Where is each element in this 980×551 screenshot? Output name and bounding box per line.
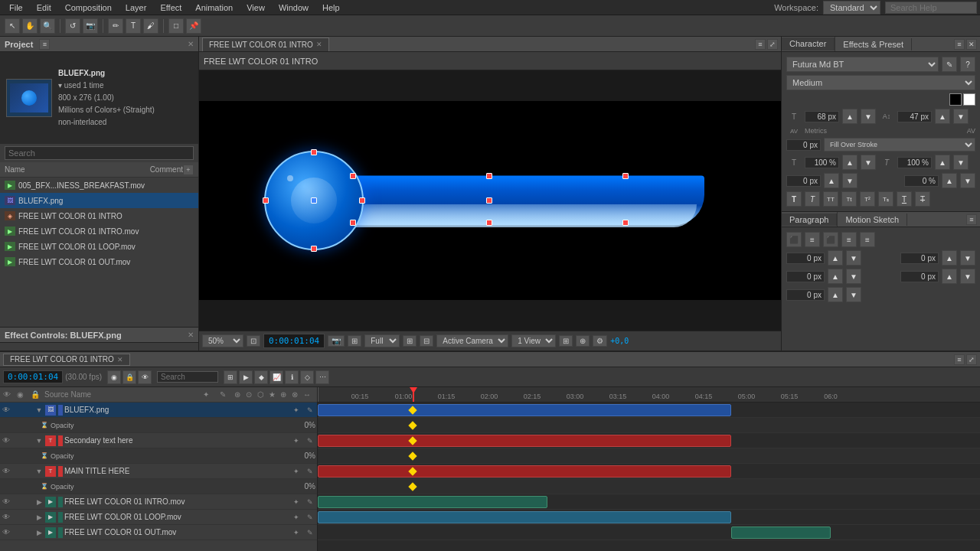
sb-up[interactable]: ▲ xyxy=(828,269,843,284)
tl-markers-btn[interactable]: ◆ xyxy=(254,370,268,384)
tool-brush[interactable]: 🖌 xyxy=(143,18,158,34)
search-help-input[interactable] xyxy=(885,2,977,14)
camera-dropdown[interactable]: Active Camera xyxy=(436,334,508,347)
tl-lock-btn[interactable]: 🔒 xyxy=(122,370,136,384)
sa-down[interactable]: ▼ xyxy=(960,269,975,284)
tl-keyframe-btn[interactable]: ◇ xyxy=(300,370,314,384)
bar-handle-mr[interactable] xyxy=(486,197,492,204)
italic-btn[interactable]: T xyxy=(805,191,820,207)
tool-pen[interactable]: ✏ xyxy=(108,18,123,34)
layer-3-lock[interactable] xyxy=(23,494,34,510)
tl-render-btn[interactable]: ▶ xyxy=(239,370,253,384)
layer-2-expand[interactable]: ▼ xyxy=(34,464,44,479)
clip-0-main[interactable] xyxy=(318,404,731,416)
bar-handle-tm[interactable] xyxy=(486,173,492,179)
layer-1-expand[interactable]: ▼ xyxy=(34,433,44,448)
show-snapshot-btn[interactable]: ⊞ xyxy=(348,335,361,347)
bar-handle-br[interactable] xyxy=(622,220,629,226)
tsume-down-btn[interactable]: ▼ xyxy=(960,173,975,188)
motion-sketch-tab[interactable]: Motion Sketch xyxy=(838,214,907,226)
scale-v-down-btn[interactable]: ▼ xyxy=(953,155,969,170)
justify-btn[interactable]: ≡ xyxy=(841,232,857,247)
layer-2-sw2[interactable]: ✎ xyxy=(303,464,317,479)
fi-up[interactable]: ▲ xyxy=(828,287,843,302)
layer-1-lock[interactable] xyxy=(23,433,34,448)
size-up-btn[interactable]: ▲ xyxy=(842,109,858,124)
layer-5-solo[interactable] xyxy=(12,525,23,540)
tool-pin[interactable]: 📌 xyxy=(186,18,201,34)
tool-text[interactable]: T xyxy=(126,18,141,34)
tool-hand[interactable]: ✋ xyxy=(22,18,38,34)
tl-hide-btn[interactable]: 👁 xyxy=(138,370,152,384)
project-search-input[interactable] xyxy=(5,146,194,160)
tsume-input[interactable] xyxy=(904,175,939,187)
tl-new-comp-btn[interactable]: ⊞ xyxy=(224,370,237,384)
layer-5-expand[interactable]: ▶ xyxy=(34,525,44,540)
justify-all-btn[interactable]: ≡ xyxy=(860,232,875,247)
timeline-tab[interactable]: FREE LWT COLOR 01 INTRO ✕ xyxy=(3,354,130,366)
layer-3[interactable]: 👁 ▶ ▶ FREE LWT COLOR 01 INTRO.mov ✦ ✎ xyxy=(0,494,317,510)
layer-3-vis[interactable]: 👁 xyxy=(0,494,12,510)
menu-window[interactable]: Window xyxy=(273,2,315,14)
size-down-btn[interactable]: ▼ xyxy=(861,109,876,124)
comp-tab[interactable]: FREE LWT COLOR 01 INTRO ✕ xyxy=(202,37,329,51)
caps-btn[interactable]: TT xyxy=(823,191,838,207)
layer-4-sw2[interactable]: ✎ xyxy=(303,510,317,525)
handle-left[interactable] xyxy=(263,197,269,204)
il-up[interactable]: ▲ xyxy=(828,250,843,266)
fi-down[interactable]: ▼ xyxy=(846,287,861,302)
layer-4-vis[interactable]: 👁 xyxy=(0,510,12,525)
ir-up[interactable]: ▲ xyxy=(942,250,957,266)
super-btn[interactable]: T² xyxy=(860,191,875,207)
tl-graph-btn[interactable]: 📈 xyxy=(270,370,283,384)
menu-layer[interactable]: Layer xyxy=(119,2,153,14)
layer-3-sw2[interactable]: ✎ xyxy=(303,494,317,510)
bar-handle-bm[interactable] xyxy=(486,220,492,226)
layer-4-sw1[interactable]: ✦ xyxy=(289,510,303,525)
tool-rotate[interactable]: ↺ xyxy=(65,18,80,34)
first-indent-input[interactable] xyxy=(786,289,825,301)
clip-2-main[interactable] xyxy=(318,465,731,478)
keyframe-2-sub[interactable] xyxy=(408,482,416,491)
underline-btn[interactable]: T xyxy=(897,191,912,207)
layer-5-sw2[interactable]: ✎ xyxy=(303,525,317,540)
file-item-2[interactable]: ◈ FREE LWT COLOR 01 INTRO xyxy=(0,208,198,223)
scale-h-input[interactable] xyxy=(805,157,839,168)
tl-expand-btn[interactable]: ⤢ xyxy=(966,354,977,365)
project-close[interactable]: ✕ xyxy=(188,40,194,48)
project-options-btn[interactable]: ≡ xyxy=(39,39,50,50)
tsume-up-btn[interactable]: ▲ xyxy=(942,173,957,188)
handle-top[interactable] xyxy=(311,149,317,155)
layer-5-vis[interactable]: 👁 xyxy=(0,525,12,540)
comp-tab-close[interactable]: ✕ xyxy=(316,41,322,48)
layer-1-sw1[interactable]: ✦ xyxy=(289,433,303,448)
keyframe-0-sub[interactable] xyxy=(408,421,416,429)
strikethrough-btn[interactable]: T xyxy=(915,191,930,207)
comp-expand-btn[interactable]: ⤢ xyxy=(767,39,778,50)
menu-file[interactable]: File xyxy=(3,2,29,14)
menu-animation[interactable]: Animation xyxy=(189,2,239,14)
font-family-dropdown[interactable]: Futura Md BT xyxy=(786,57,939,72)
layer-0-sw2[interactable]: ✎ xyxy=(303,403,317,418)
tool-camera[interactable]: 📷 xyxy=(83,18,98,34)
tool-shape[interactable]: □ xyxy=(168,18,184,34)
layer-4[interactable]: 👁 ▶ ▶ FREE LWT COLOR 01 LOOP.mov ✦ ✎ xyxy=(0,510,317,525)
clip-4-main[interactable] xyxy=(318,511,731,523)
layer-1-vis[interactable]: 👁 xyxy=(0,433,12,448)
scale-v-up-btn[interactable]: ▲ xyxy=(935,155,950,170)
font-size-input[interactable] xyxy=(805,111,839,122)
bar-handle-tr[interactable] xyxy=(622,173,629,179)
layer-3-expand[interactable]: ▶ xyxy=(34,494,44,510)
char-panel-menu[interactable]: ≡ xyxy=(954,39,965,50)
stroke-color-swatch[interactable] xyxy=(963,93,975,106)
comp-menu-btn[interactable]: ≡ xyxy=(755,39,766,50)
layer-2[interactable]: 👁 ▼ T MAIN TITLE HERE ✦ ✎ xyxy=(0,464,317,479)
layer-1-sw2[interactable]: ✎ xyxy=(303,433,317,448)
layer-0-lock[interactable] xyxy=(23,403,34,418)
clip-1-main[interactable] xyxy=(318,435,731,447)
char-tab[interactable]: Character xyxy=(782,37,835,51)
viewport[interactable] xyxy=(199,70,781,331)
layer-5[interactable]: 👁 ▶ ▶ FREE LWT COLOR 01 OUT.mov ✦ ✎ xyxy=(0,525,317,540)
font-style-dropdown[interactable]: Medium xyxy=(786,75,975,90)
layout-btn[interactable]: ⊞ xyxy=(559,335,573,347)
